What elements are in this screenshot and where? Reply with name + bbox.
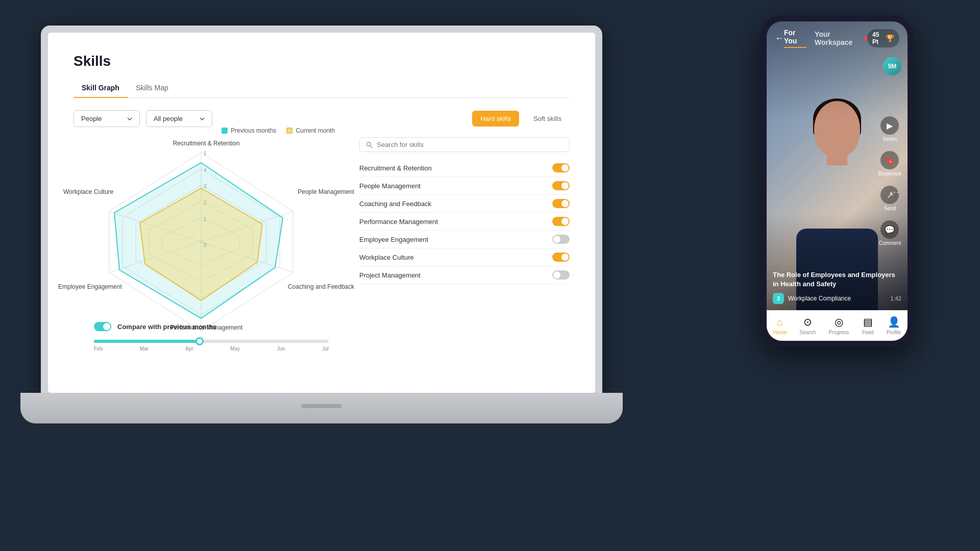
toggle-workplace-culture[interactable] [552, 253, 570, 262]
page-title: Skills [74, 53, 570, 69]
svg-text:0: 0 [204, 242, 207, 248]
skills-panel: Recruitment & Retention People Managemen… [354, 137, 570, 352]
label-employee-eng: Employee Engagement [58, 283, 122, 290]
tab-skill-graph[interactable]: Skill Graph [74, 80, 128, 98]
controls-row: People All people Hard skills Soft skill… [74, 110, 570, 127]
toggle-performance[interactable] [552, 217, 570, 226]
skill-item-workplace-culture: Workplace Culture [359, 248, 570, 266]
search-icon [366, 141, 373, 148]
label-recruitment: Recruitment & Retention [173, 140, 240, 147]
chart-legend: Previous months Current month [222, 127, 335, 134]
legend-current: Current month [286, 127, 335, 134]
points-text: 45 Pt [872, 31, 884, 45]
label-coaching: Coaching and Feedback [288, 283, 354, 290]
timeline-track [94, 340, 329, 343]
label-workplace-culture: Workplace Culture [63, 188, 113, 195]
people-dropdown[interactable]: People [74, 110, 140, 127]
soft-skills-button[interactable]: Soft skills [525, 111, 570, 127]
skill-item-performance: Performance Management [359, 213, 570, 231]
skill-item-project-mgmt: Project Management [359, 266, 570, 284]
nav-home[interactable]: ⌂ Home [773, 316, 787, 335]
back-button[interactable]: ← [775, 33, 784, 44]
phone: ← For You Your Workspace 45 Pt 🏆 5M [761, 15, 914, 347]
timeline-thumb[interactable] [195, 337, 204, 345]
timeline: Feb Mar Apr May Jun Jul [94, 340, 329, 352]
tab-skills-map[interactable]: Skills Map [128, 80, 177, 98]
toggle-coaching[interactable] [552, 199, 570, 208]
phone-screen: ← For You Your Workspace 45 Pt 🏆 5M [767, 21, 908, 341]
nav-search[interactable]: ⊙ Search [800, 316, 816, 335]
laptop: Skills Skill Graph Skills Map People All… [41, 26, 602, 423]
video-badge: 3 Workplace Compliance 1:42 [773, 293, 901, 304]
label-people-mgmt: People Management [298, 188, 354, 195]
svg-point-17 [366, 142, 371, 146]
skill-search-input[interactable] [377, 141, 563, 148]
svg-text:5: 5 [204, 151, 207, 157]
legend-previous: Previous months [222, 127, 276, 134]
toggle-recruitment[interactable] [552, 163, 570, 172]
skill-item-recruitment: Recruitment & Retention [359, 159, 570, 177]
laptop-notch [301, 404, 342, 408]
toggle-people-mgmt[interactable] [552, 181, 570, 190]
legend-dot-previous [222, 128, 228, 134]
toggle-employee-eng[interactable] [552, 235, 570, 244]
svg-text:1: 1 [204, 216, 207, 222]
skill-item-employee-eng: Employee Engagement [359, 231, 570, 248]
home-icon: ⌂ [777, 316, 783, 328]
profile-icon: 👤 [888, 316, 900, 328]
workspace-dot [864, 36, 867, 40]
phone-header: ← For You Your Workspace 45 Pt 🏆 [767, 21, 908, 52]
badge-text: Workplace Compliance [788, 295, 851, 302]
legend-dot-current [286, 128, 292, 134]
points-badge: 45 Pt 🏆 [867, 29, 899, 47]
skill-item-people-mgmt: People Management [359, 177, 570, 195]
hard-skills-button[interactable]: Hard skills [472, 111, 519, 127]
video-info: The Role of Employees and Employers in H… [767, 264, 908, 310]
search-box [359, 137, 570, 152]
phone-nav: ⌂ Home ⊙ Search ◎ Progress ▤ Feed 👤 P [767, 310, 908, 341]
phone-tabs: For You Your Workspace [784, 29, 867, 48]
tabs-container: Skill Graph Skills Map [74, 80, 570, 98]
svg-text:2: 2 [204, 200, 207, 206]
series-button[interactable]: ▶ Series [878, 116, 901, 142]
tab-for-you[interactable]: For You [784, 29, 806, 48]
nav-progress[interactable]: ◎ Progress [829, 316, 849, 335]
compare-label: Compare with previous months [117, 323, 216, 331]
timeline-labels: Feb Mar Apr May Jun Jul [94, 346, 329, 352]
svg-line-18 [370, 145, 372, 147]
nav-feed[interactable]: ▤ Feed [862, 316, 874, 335]
avatar[interactable]: 5M [883, 57, 901, 76]
radar-chart-wrapper: 5 4 3 2 1 0 Recruitment & Retention Peop… [74, 137, 339, 352]
video-title: The Role of Employees and Employers in H… [773, 270, 901, 289]
svg-text:3: 3 [204, 184, 207, 189]
series-icon: ▶ [880, 116, 899, 135]
bookmark-icon: 🔖 [880, 151, 899, 169]
laptop-frame: Skills Skill Graph Skills Map People All… [41, 26, 602, 393]
laptop-base [20, 393, 623, 423]
svg-text:4: 4 [204, 167, 207, 173]
nav-profile[interactable]: 👤 Profile [887, 316, 901, 335]
compare-toggle-knob [103, 323, 110, 330]
trophy-icon: 🏆 [886, 34, 894, 42]
all-people-dropdown[interactable]: All people [146, 110, 212, 127]
feed-icon: ▤ [863, 316, 873, 328]
badge-number: 3 [773, 293, 784, 304]
radar-chart: 5 4 3 2 1 0 [74, 137, 329, 341]
compare-row: Compare with previous months [94, 317, 216, 336]
toggle-project-mgmt[interactable] [552, 270, 570, 280]
video-duration: 1:42 [891, 295, 901, 302]
skill-item-coaching: Coaching and Feedback [359, 195, 570, 213]
search-nav-icon: ⊙ [803, 316, 812, 328]
more-options[interactable]: ⋮ [889, 188, 900, 249]
compare-toggle[interactable] [94, 322, 111, 331]
phone-frame: ← For You Your Workspace 45 Pt 🏆 5M [761, 15, 914, 347]
chart-area: 5 4 3 2 1 0 Recruitment & Retention Peop… [74, 137, 570, 352]
timeline-fill [94, 340, 200, 343]
app-content: Skills Skill Graph Skills Map People All… [48, 33, 595, 393]
progress-icon: ◎ [835, 316, 843, 328]
laptop-screen: Skills Skill Graph Skills Map People All… [48, 33, 595, 393]
bookmark-button[interactable]: 🔖 Bookmark [878, 151, 901, 177]
tab-workspace[interactable]: Your Workspace [815, 29, 867, 48]
